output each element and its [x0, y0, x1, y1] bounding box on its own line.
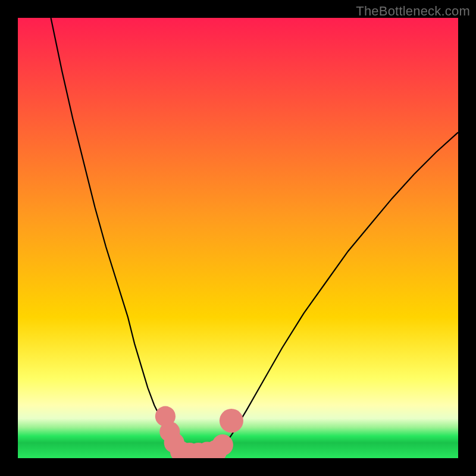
outer-frame: TheBottleneck.com [0, 0, 476, 476]
watermark-text: TheBottleneck.com [356, 4, 470, 19]
gradient-background [18, 18, 458, 458]
chart-plot-area [18, 18, 458, 458]
chart-svg [18, 18, 458, 458]
marker-point [220, 409, 243, 433]
marker-point [212, 434, 233, 456]
